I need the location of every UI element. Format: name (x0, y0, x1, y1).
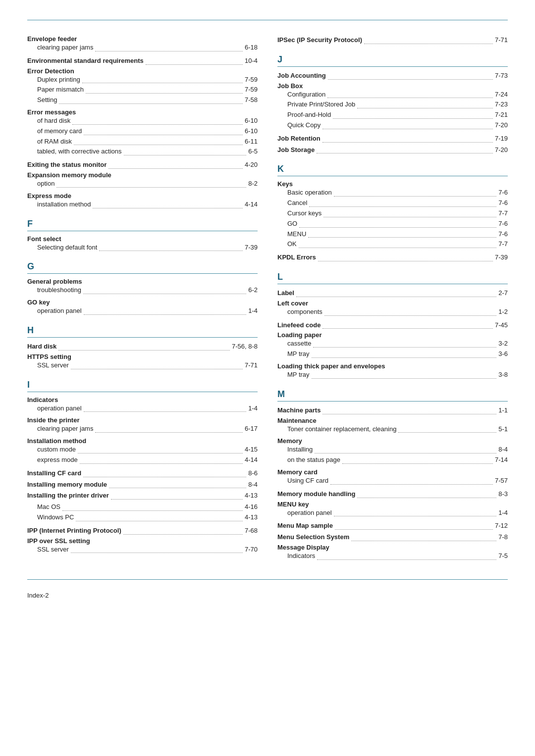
entry-line: clearing paper jams6-17 (27, 424, 258, 434)
entry-page: 7-24 (495, 90, 508, 100)
entry-page: 7-45 (495, 320, 508, 331)
entry-page: 6-10 (245, 116, 258, 126)
entry-group: Job BoxConfiguration7-24Private Print/St… (277, 82, 508, 131)
entry-main-label: KPDL Errors (277, 252, 316, 263)
entry-page: 7-7 (498, 239, 508, 250)
entry-page: 4-13 (245, 512, 258, 523)
entry-line: operation panel1-4 (277, 508, 508, 518)
entry-top-line: Menu Selection System7-8 (277, 532, 508, 543)
entry-label: Selecting default font (37, 243, 97, 253)
entry-page: 1-1 (498, 405, 508, 416)
entry-page: 4-15 (245, 445, 258, 455)
entry-group: Expansion memory moduleoption8-2 (27, 171, 258, 189)
entry-dots (328, 69, 493, 80)
entry-dots (82, 73, 243, 84)
entry-label: OK (287, 239, 297, 250)
entry-page: 1-4 (248, 403, 258, 414)
entry-group: Indicatorsoperation panel1-4 (27, 396, 258, 414)
entry-dots (312, 348, 497, 358)
entry-top-line: Linefeed code7-45 (277, 320, 508, 331)
index-columns: Envelope feederclearing paper jams6-18En… (27, 35, 508, 564)
entry-group: Font selectSelecting default font7-39 (27, 235, 258, 253)
entry-dots (109, 478, 246, 489)
entry-label: Configuration (287, 90, 325, 100)
entry-group: MaintenanceToner container replacement, … (277, 417, 508, 435)
entry-label: Duplex printing (37, 75, 80, 85)
entry-page: 8-4 (498, 445, 508, 455)
entry-group: KeysBasic operation7-6Cancel7-6Cursor ke… (277, 180, 508, 250)
entry-line: MP tray3-8 (277, 370, 508, 380)
entry-label: on the status page (287, 455, 340, 465)
entry-group: Installing the printer driver4-13Mac OS4… (27, 491, 258, 522)
entry-dots (93, 198, 243, 208)
entry-line: option8-2 (27, 179, 258, 189)
entry-dots (95, 422, 243, 433)
entry-page: 7-6 (498, 188, 508, 198)
entry-top-line: Memory module handling8-3 (277, 489, 508, 500)
entry-page: 7-6 (498, 219, 508, 229)
entry-dots (76, 511, 243, 521)
entry-dots (357, 98, 493, 108)
entry-group: MENU keyoperation panel1-4 (277, 501, 508, 518)
section-letter: G (27, 261, 258, 274)
entry-dots (71, 359, 243, 369)
entry-dots (335, 519, 493, 530)
entry-label: of RAM disk (37, 137, 72, 147)
entry-page: 4-14 (245, 200, 258, 210)
entry-line: express mode4-14 (27, 455, 258, 465)
entry-label: clearing paper jams (37, 43, 93, 53)
entry-line: clearing paper jams6-18 (27, 43, 258, 53)
entry-dots (315, 443, 496, 454)
entry-dots (123, 524, 243, 535)
entry-line: Selecting default font7-39 (27, 243, 258, 253)
entry-dots (308, 228, 496, 238)
entry-dots (108, 158, 243, 169)
entry-dots (124, 145, 247, 155)
entry-top-line: Menu Map sample7-12 (277, 521, 508, 531)
entry-top-line: Installing CF card8-6 (27, 468, 258, 479)
entry-label: MP tray (287, 349, 310, 359)
entry-dots (84, 304, 247, 315)
entry-page: 6-5 (248, 147, 258, 157)
entry-dots (317, 550, 496, 560)
entry-page: 7-20 (495, 145, 508, 155)
entry-group: Express modeinstallation method4-14 (27, 192, 258, 210)
entry-dots (342, 454, 493, 464)
entry-label: Windows PC (37, 512, 74, 523)
entry-dots (322, 132, 493, 143)
entry-dots (322, 319, 493, 329)
entry-page: 7-56, 8-8 (232, 342, 258, 352)
top-rule (27, 20, 508, 20)
entry-group: Error messagesof hard disk6-10of memory … (27, 108, 258, 157)
entry-line: operation panel1-4 (27, 306, 258, 316)
entry-line: Using CF card7-57 (277, 476, 508, 486)
entry-dots (99, 241, 243, 252)
entry-label: operation panel (37, 306, 82, 316)
entry-label: installation method (37, 200, 91, 210)
entry-main-label: Installing memory module (27, 480, 107, 490)
entry-dots (318, 251, 493, 261)
entry-page: 7-20 (495, 120, 508, 131)
entry-page: 2-7 (498, 288, 508, 299)
entry-page: 6-17 (245, 424, 258, 434)
entry-label: Using CF card (287, 476, 328, 486)
section-letter: I (27, 380, 258, 392)
entry-page: 7-12 (495, 521, 508, 531)
entry-page: 4-20 (245, 160, 258, 170)
entry-dots (74, 135, 243, 146)
entry-page: 3-8 (498, 370, 508, 380)
entry-page: 8-4 (248, 480, 258, 490)
entry-dots (80, 454, 243, 464)
entry-page: 7-6 (498, 229, 508, 240)
entry-line: troubleshooting6-2 (27, 285, 258, 296)
section-letter: F (27, 219, 258, 231)
entry-line: OK7-7 (277, 239, 508, 250)
entry-dots (357, 488, 496, 498)
entry-page: 5-1 (498, 424, 508, 435)
section-letter: K (277, 164, 508, 176)
entry-dots (364, 34, 493, 44)
section-letter: L (277, 272, 508, 284)
entry-label: express mode (37, 455, 78, 465)
entry-group: HTTPS settingSSL server7-71 (27, 353, 258, 371)
entry-label: of hard disk (37, 116, 70, 126)
